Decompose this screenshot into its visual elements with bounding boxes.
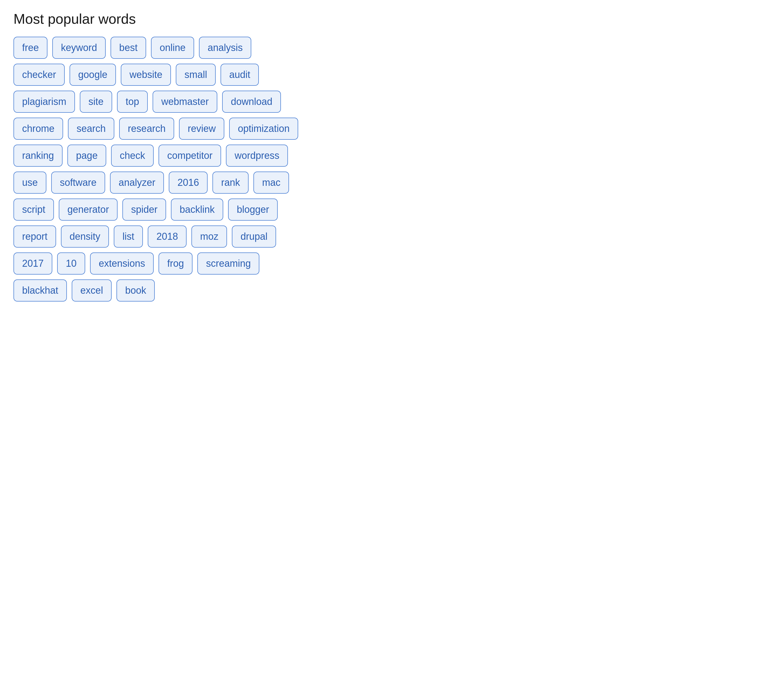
word-tag-screaming[interactable]: screaming (198, 252, 259, 275)
word-tag-ranking[interactable]: ranking (14, 145, 62, 167)
page-title: Most popular words (14, 11, 770, 27)
word-tag-excel[interactable]: excel (72, 279, 112, 302)
word-row-1: checkergooglewebsitesmallaudit (14, 64, 770, 86)
word-tag-google[interactable]: google (70, 64, 116, 86)
word-row-4: rankingpagecheckcompetitorwordpress (14, 145, 770, 167)
word-row-3: chromesearchresearchreviewoptimization (14, 118, 770, 140)
word-row-6: scriptgeneratorspiderbacklinkblogger (14, 199, 770, 221)
word-tag-book[interactable]: book (117, 279, 155, 302)
word-tag-competitor[interactable]: competitor (159, 145, 221, 167)
word-tag-check[interactable]: check (111, 145, 154, 167)
word-tag-blackhat[interactable]: blackhat (14, 279, 67, 302)
word-tag-chrome[interactable]: chrome (14, 118, 63, 140)
word-tag-software[interactable]: software (51, 171, 105, 194)
word-tag-spider[interactable]: spider (122, 199, 166, 221)
word-tag-top[interactable]: top (117, 90, 148, 113)
word-tag-2016[interactable]: 2016 (169, 171, 208, 194)
word-tag-best[interactable]: best (110, 37, 146, 59)
word-tag-search[interactable]: search (68, 118, 114, 140)
word-tag-generator[interactable]: generator (59, 199, 118, 221)
word-tag-use[interactable]: use (14, 171, 47, 194)
word-tag-download[interactable]: download (222, 90, 281, 113)
word-tag-webmaster[interactable]: webmaster (152, 90, 217, 113)
word-tag-online[interactable]: online (151, 37, 194, 59)
word-tag-list[interactable]: list (114, 226, 143, 247)
word-tag-research[interactable]: research (119, 118, 174, 140)
word-tag-wordpress[interactable]: wordpress (226, 145, 288, 167)
word-row-0: freekeywordbestonlineanalysis (14, 37, 770, 59)
word-row-9: blackhatexcelbook (14, 279, 770, 302)
word-row-2: plagiarismsitetopwebmasterdownload (14, 90, 770, 113)
word-tag-website[interactable]: website (121, 64, 171, 86)
word-tag-2017[interactable]: 2017 (14, 252, 52, 275)
word-tag-free[interactable]: free (14, 37, 47, 59)
word-tag-frog[interactable]: frog (159, 252, 193, 275)
word-tag-plagiarism[interactable]: plagiarism (14, 90, 75, 113)
word-tag-script[interactable]: script (14, 199, 54, 221)
word-tag-analysis[interactable]: analysis (199, 37, 251, 59)
word-row-7: reportdensitylist2018mozdrupal (14, 226, 770, 247)
word-tag-rank[interactable]: rank (212, 171, 249, 194)
word-cloud: freekeywordbestonlineanalysischeckergoog… (14, 37, 770, 302)
word-tag-10[interactable]: 10 (57, 252, 85, 275)
word-tag-small[interactable]: small (176, 64, 216, 86)
word-tag-blogger[interactable]: blogger (228, 199, 278, 221)
word-tag-drupal[interactable]: drupal (232, 226, 276, 247)
word-tag-keyword[interactable]: keyword (52, 37, 106, 59)
word-tag-extensions[interactable]: extensions (90, 252, 154, 275)
word-tag-analyzer[interactable]: analyzer (110, 171, 164, 194)
word-tag-2018[interactable]: 2018 (148, 226, 187, 247)
word-tag-page[interactable]: page (67, 145, 106, 167)
word-tag-optimization[interactable]: optimization (229, 118, 298, 140)
word-tag-density[interactable]: density (61, 226, 109, 247)
word-tag-backlink[interactable]: backlink (171, 199, 223, 221)
word-tag-report[interactable]: report (14, 226, 56, 247)
word-row-5: usesoftwareanalyzer2016rankmac (14, 171, 770, 194)
word-tag-mac[interactable]: mac (254, 171, 289, 194)
word-row-8: 201710extensionsfrogscreaming (14, 252, 770, 275)
word-tag-review[interactable]: review (179, 118, 224, 140)
word-tag-site[interactable]: site (80, 90, 112, 113)
word-tag-audit[interactable]: audit (221, 64, 259, 86)
word-tag-moz[interactable]: moz (191, 226, 227, 247)
word-tag-checker[interactable]: checker (14, 64, 65, 86)
